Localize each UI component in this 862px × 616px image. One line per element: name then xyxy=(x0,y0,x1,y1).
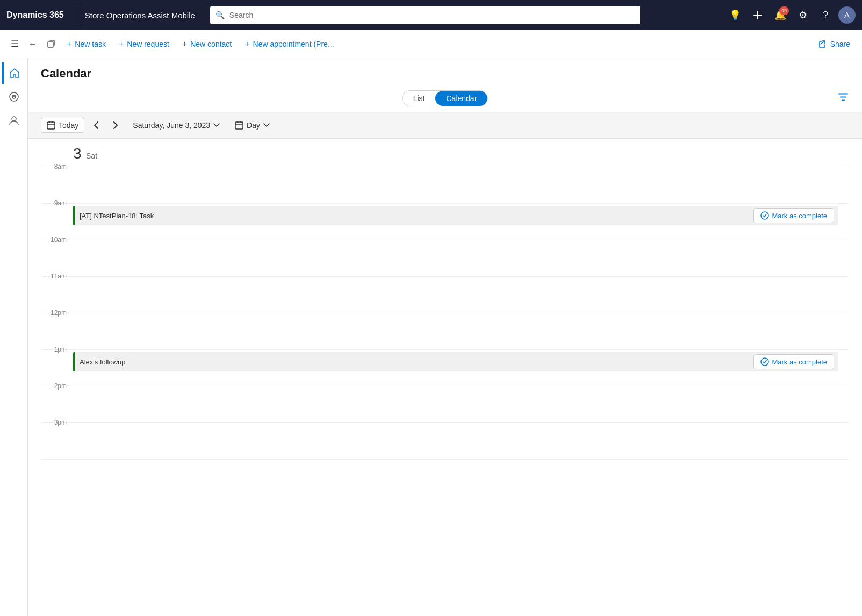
chevron-down-icon xyxy=(213,123,220,127)
new-appointment-btn[interactable]: + New appointment (Pre... xyxy=(239,36,339,52)
chevron-left-icon xyxy=(94,121,99,130)
search-wrap: 🔍 xyxy=(210,6,640,24)
time-slot xyxy=(73,167,849,204)
time-slot: [AT] NTestPlan-18: TaskMark as complete xyxy=(73,204,849,240)
new-task-btn[interactable]: + New task xyxy=(61,36,111,52)
sidebar xyxy=(0,58,28,616)
time-row: 10am xyxy=(41,240,849,277)
hamburger-btn[interactable]: ☰ xyxy=(6,36,23,52)
main-layout: Calendar List Calendar Today xyxy=(0,58,862,616)
page-title: Calendar xyxy=(41,67,849,81)
svg-point-13 xyxy=(761,212,768,219)
app-name: Store Operations Assist Mobile xyxy=(85,11,195,20)
new-request-label: New request xyxy=(127,40,169,48)
filter-icon xyxy=(837,91,849,103)
dashboard-icon xyxy=(9,91,19,102)
top-nav: Dynamics 365 Store Operations Assist Mob… xyxy=(0,0,862,30)
view-controls: List Calendar xyxy=(28,85,862,112)
filter-icon-btn[interactable] xyxy=(837,91,849,106)
share-icon xyxy=(818,40,827,48)
bulb-icon-btn[interactable]: 💡 xyxy=(725,5,745,25)
svg-rect-0 xyxy=(48,42,53,47)
toolbar: ☰ ← + New task + New request + New conta… xyxy=(0,30,862,58)
plus-icon: + xyxy=(182,39,187,49)
time-slot xyxy=(73,423,849,460)
view-toggle: List Calendar xyxy=(402,90,489,106)
mark-complete-btn[interactable]: Mark as complete xyxy=(753,208,834,223)
check-circle-icon xyxy=(760,211,769,220)
plus-icon: + xyxy=(245,39,249,49)
cal-time-grid: 8am9am[AT] NTestPlan-18: TaskMark as com… xyxy=(41,167,849,460)
content-area: Calendar List Calendar Today xyxy=(28,58,862,616)
share-btn[interactable]: Share xyxy=(813,37,856,52)
chevron-down-icon-2 xyxy=(263,123,270,127)
time-label: 9am xyxy=(41,199,73,207)
time-label: 2pm xyxy=(41,382,73,390)
help-icon-btn[interactable]: ? xyxy=(816,5,835,25)
back-btn[interactable]: ← xyxy=(25,36,41,52)
home-icon xyxy=(9,68,20,78)
time-row: 1pmAlex's followupMark as complete xyxy=(41,350,849,386)
cal-event-title: [AT] NTestPlan-18: Task xyxy=(80,212,154,220)
check-circle-icon xyxy=(760,357,769,366)
time-label: 1pm xyxy=(41,346,73,353)
time-slot xyxy=(73,240,849,277)
date-picker-btn[interactable]: Saturday, June 3, 2023 xyxy=(127,118,225,132)
search-icon: 🔍 xyxy=(216,11,225,19)
new-request-btn[interactable]: + New request xyxy=(113,36,175,52)
cal-nav: Today Saturday, June 3, 2023 Day xyxy=(28,112,862,139)
prev-day-btn[interactable] xyxy=(89,118,104,133)
page-header: Calendar xyxy=(28,58,862,85)
svg-rect-9 xyxy=(235,122,243,129)
time-row: 12pm xyxy=(41,313,849,350)
search-input[interactable] xyxy=(210,6,640,24)
svg-point-4 xyxy=(12,117,16,121)
time-row: 11am xyxy=(41,277,849,313)
share-label: Share xyxy=(830,40,850,48)
view-picker-btn[interactable]: Day xyxy=(229,118,275,132)
bell-icon-btn[interactable]: 🔔 99 xyxy=(771,5,790,25)
day-calendar-icon xyxy=(235,121,243,130)
cal-day-header: 3 Sat xyxy=(41,139,849,167)
avatar[interactable]: A xyxy=(838,6,856,24)
plus-icon xyxy=(753,10,763,20)
cal-event: Alex's followupMark as complete xyxy=(73,352,838,371)
time-slot: Alex's followupMark as complete xyxy=(73,350,849,386)
cal-day-dow: Sat xyxy=(86,152,97,160)
sidebar-item-user[interactable] xyxy=(3,110,25,131)
time-label: 8am xyxy=(41,163,73,170)
svg-point-14 xyxy=(761,358,768,366)
calendar-view-btn[interactable]: Calendar xyxy=(435,91,487,106)
new-task-label: New task xyxy=(75,40,106,48)
time-label: 11am xyxy=(41,273,73,280)
nav-divider xyxy=(78,8,78,23)
search-area: 🔍 xyxy=(210,6,640,24)
svg-rect-5 xyxy=(47,122,55,129)
new-tab-btn[interactable] xyxy=(43,36,59,52)
plus-icon: + xyxy=(67,39,71,49)
cal-body: 3 Sat 8am9am[AT] NTestPlan-18: TaskMark … xyxy=(28,139,862,616)
cal-event-title: Alex's followup xyxy=(80,358,126,366)
plus-icon-btn[interactable] xyxy=(748,5,767,25)
list-view-btn[interactable]: List xyxy=(403,91,436,106)
mark-complete-label: Mark as complete xyxy=(772,212,827,220)
cal-event: [AT] NTestPlan-18: TaskMark as complete xyxy=(73,206,838,225)
time-label: 3pm xyxy=(41,419,73,426)
new-appointment-label: New appointment (Pre... xyxy=(253,40,334,48)
chevron-right-icon xyxy=(113,121,118,130)
new-contact-btn[interactable]: + New contact xyxy=(177,36,237,52)
notif-badge: 99 xyxy=(779,6,789,15)
top-nav-icons: 💡 🔔 99 ⚙ ? A xyxy=(725,5,856,25)
time-row: 8am xyxy=(41,167,849,204)
mark-complete-btn[interactable]: Mark as complete xyxy=(753,354,834,369)
time-slot xyxy=(73,313,849,350)
gear-icon-btn[interactable]: ⚙ xyxy=(793,5,813,25)
sidebar-item-home[interactable] xyxy=(2,62,26,84)
time-slot xyxy=(73,386,849,423)
today-btn[interactable]: Today xyxy=(41,118,84,133)
new-contact-label: New contact xyxy=(190,40,232,48)
sidebar-item-dashboard[interactable] xyxy=(3,86,25,108)
new-tab-icon xyxy=(47,40,55,48)
next-day-btn[interactable] xyxy=(108,118,123,133)
svg-point-3 xyxy=(13,96,15,97)
